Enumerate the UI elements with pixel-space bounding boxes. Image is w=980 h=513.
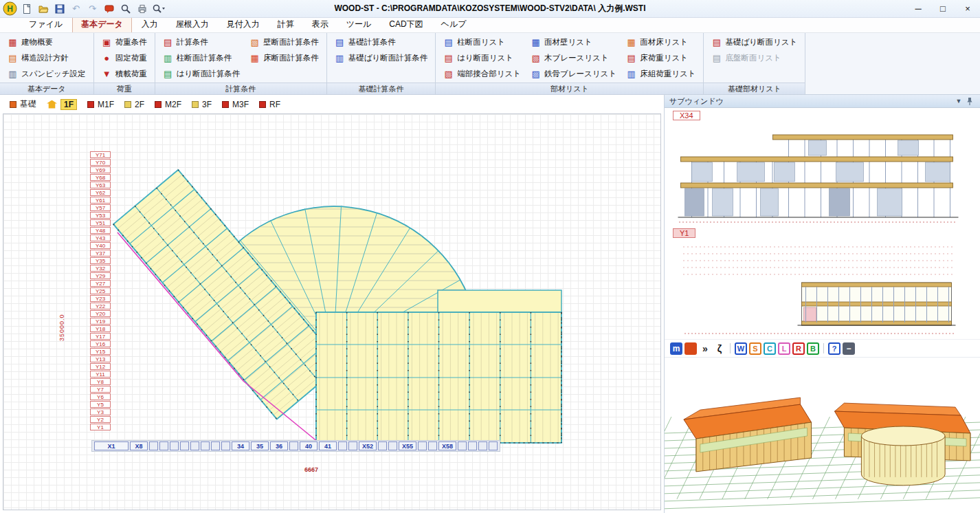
x-axis-cell-empty-4[interactable]	[170, 441, 179, 450]
y-axis-label-Y6[interactable]: Y6	[90, 393, 111, 400]
ribbon-button-計算条件[interactable]: ▤計算条件	[160, 34, 243, 50]
ribbon-button-固定荷重[interactable]: ●固定荷重	[99, 50, 150, 66]
y-axis-label-Y40[interactable]: Y40	[90, 242, 111, 249]
menu-item-表示[interactable]: 表示	[304, 17, 337, 32]
y-axis-label-Y35[interactable]: Y35	[90, 257, 111, 264]
elevation-view-x34[interactable]: X34	[665, 108, 980, 226]
ribbon-button-面材壁リスト[interactable]: ▦面材壁リスト	[528, 34, 619, 50]
floor-tab-3F[interactable]: 3F	[192, 100, 212, 109]
collapse-icon[interactable]: −	[843, 342, 855, 355]
x-axis-cell-36[interactable]: 36	[270, 441, 288, 450]
ribbon-button-柱断面計算条件[interactable]: ▥柱断面計算条件	[160, 50, 243, 66]
x-axis-cell-empty-5[interactable]	[180, 441, 189, 450]
floor-tab-2F[interactable]: 2F	[124, 100, 144, 109]
x-axis-cell-empty-19[interactable]	[378, 441, 387, 450]
y-axis-label-Y25[interactable]: Y25	[90, 287, 111, 294]
expand-icon[interactable]: »	[699, 342, 711, 355]
x-axis-cell-34[interactable]: 34	[232, 441, 249, 450]
floor-tab-M2F[interactable]: M2F	[155, 100, 181, 109]
floor-tab-M1F[interactable]: M1F	[87, 100, 114, 109]
y-axis-label-Y5[interactable]: Y5	[90, 401, 111, 408]
x-axis-cell-empty-28[interactable]	[489, 441, 498, 450]
x-axis-cell-empty-25[interactable]	[458, 441, 467, 450]
plan-canvas[interactable]: Y71Y70Y69Y68Y63Y62Y61Y57Y53Y51Y48Y43Y40Y…	[3, 113, 661, 510]
y-axis-label-Y22[interactable]: Y22	[90, 303, 111, 309]
ribbon-button-基礎ばり断面リスト[interactable]: ▤基礎ばり断面リスト	[709, 34, 800, 50]
search-icon[interactable]	[118, 1, 133, 16]
x-axis-cell-X8[interactable]: X8	[130, 441, 148, 450]
x-axis-cell-empty-23[interactable]	[428, 441, 437, 450]
x-axis-cell-X52[interactable]: X52	[359, 441, 377, 450]
x-axis-cell-empty-8[interactable]	[211, 441, 220, 450]
x-axis-cell-empty-27[interactable]	[478, 441, 487, 450]
tool-c[interactable]: C	[764, 342, 776, 355]
y-axis-label-Y61[interactable]: Y61	[90, 197, 111, 204]
menu-item-見付入力[interactable]: 見付入力	[219, 17, 268, 32]
menu-item-ファイル[interactable]: ファイル	[21, 17, 71, 32]
ribbon-button-端部接合部リスト[interactable]: ▧端部接合部リスト	[441, 66, 524, 82]
y-axis-label-Y69[interactable]: Y69	[90, 166, 111, 173]
menu-item-ツール[interactable]: ツール	[338, 17, 380, 32]
x-axis-cell-X58[interactable]: X58	[438, 441, 456, 450]
floor-tab-基礎[interactable]: 基礎	[10, 98, 36, 110]
ribbon-button-建物概要[interactable]: ▦建物概要	[5, 34, 89, 50]
y-axis-label-Y18[interactable]: Y18	[90, 325, 111, 332]
close-button[interactable]: ×	[955, 0, 980, 17]
y-axis-label-Y53[interactable]: Y53	[90, 212, 111, 219]
y-axis-label-Y63[interactable]: Y63	[90, 182, 111, 188]
floor-tab-1F[interactable]: 1F	[47, 99, 77, 110]
y-axis-label-Y70[interactable]: Y70	[90, 159, 111, 166]
x-axis-cell-empty-13[interactable]	[289, 441, 298, 450]
y-axis-label-Y11[interactable]: Y11	[90, 371, 111, 378]
new-file-icon[interactable]	[19, 1, 34, 16]
ribbon-button-構造設計方針[interactable]: ▤構造設計方針	[5, 50, 89, 66]
ribbon-button-基礎計算条件[interactable]: ▤基礎計算条件	[332, 34, 431, 50]
zoom-icon[interactable]	[151, 1, 166, 16]
x-axis-cell-X55[interactable]: X55	[399, 441, 416, 450]
y-axis-label-Y57[interactable]: Y57	[90, 204, 111, 211]
ribbon-button-柱断面リスト[interactable]: ▤柱断面リスト	[441, 34, 524, 50]
comment-icon[interactable]	[102, 1, 116, 16]
pin-icon[interactable]	[964, 97, 975, 106]
menu-item-基本データ[interactable]: 基本データ	[72, 17, 132, 32]
x-axis-cell-empty-20[interactable]	[388, 441, 397, 450]
ribbon-button-積載荷重[interactable]: ▼積載荷重	[99, 66, 150, 82]
x-axis-cell-empty-22[interactable]	[418, 441, 427, 450]
y-axis-label-Y51[interactable]: Y51	[90, 219, 111, 226]
ribbon-button-床断面計算条件[interactable]: ▦床断面計算条件	[247, 50, 322, 66]
tool-plan-m[interactable]: m	[670, 342, 682, 355]
ribbon-button-荷重条件[interactable]: ▣荷重条件	[99, 34, 150, 50]
ribbon-button-はり断面計算条件[interactable]: ▤はり断面計算条件	[160, 66, 243, 82]
ribbon-button-鉄骨ブレースリスト[interactable]: ▨鉄骨ブレースリスト	[528, 66, 619, 82]
y-axis-label-Y68[interactable]: Y68	[90, 174, 111, 181]
y-axis-label-Y8[interactable]: Y8	[90, 378, 111, 385]
tool-foundation[interactable]	[684, 342, 697, 355]
x-axis-cell-empty-3[interactable]	[159, 441, 168, 450]
y-axis-label-Y20[interactable]: Y20	[90, 310, 111, 317]
x-axis-cell-empty-6[interactable]	[190, 441, 199, 450]
tool-w[interactable]: W	[735, 342, 747, 355]
tool-b[interactable]: B	[807, 342, 819, 355]
x-axis-cell-41[interactable]: 41	[319, 441, 337, 450]
save-icon[interactable]	[52, 1, 67, 16]
y-axis-label-Y48[interactable]: Y48	[90, 227, 111, 234]
print-icon[interactable]	[135, 1, 149, 16]
x-axis-cell-empty-16[interactable]	[338, 441, 347, 450]
ribbon-button-面材床リスト[interactable]: ▦面材床リスト	[623, 34, 698, 50]
tool-l[interactable]: L	[778, 342, 790, 355]
floor-tab-RF[interactable]: RF	[259, 100, 280, 109]
elevation-label-y1[interactable]: Y1	[673, 228, 695, 238]
tool-member-figure[interactable]: ζ	[713, 342, 726, 355]
ribbon-button-壁断面計算条件[interactable]: ▧壁断面計算条件	[247, 34, 322, 50]
menu-item-CAD下図[interactable]: CAD下図	[381, 17, 431, 32]
y-axis-label-Y2[interactable]: Y2	[90, 416, 111, 423]
ribbon-button-床荷重リスト[interactable]: ▤床荷重リスト	[623, 50, 698, 66]
menu-item-入力[interactable]: 入力	[133, 17, 166, 32]
x-axis-cell-X1[interactable]: X1	[94, 441, 129, 450]
ribbon-button-木ブレースリスト[interactable]: ▧木ブレースリスト	[528, 50, 619, 66]
ribbon-button-床組荷重リスト[interactable]: ▥床組荷重リスト	[623, 66, 698, 82]
x-axis-cell-empty-17[interactable]	[348, 441, 357, 450]
x-axis-cell-empty-9[interactable]	[221, 441, 230, 450]
maximize-button[interactable]: □	[931, 0, 955, 17]
y-axis-label-Y37[interactable]: Y37	[90, 250, 111, 256]
